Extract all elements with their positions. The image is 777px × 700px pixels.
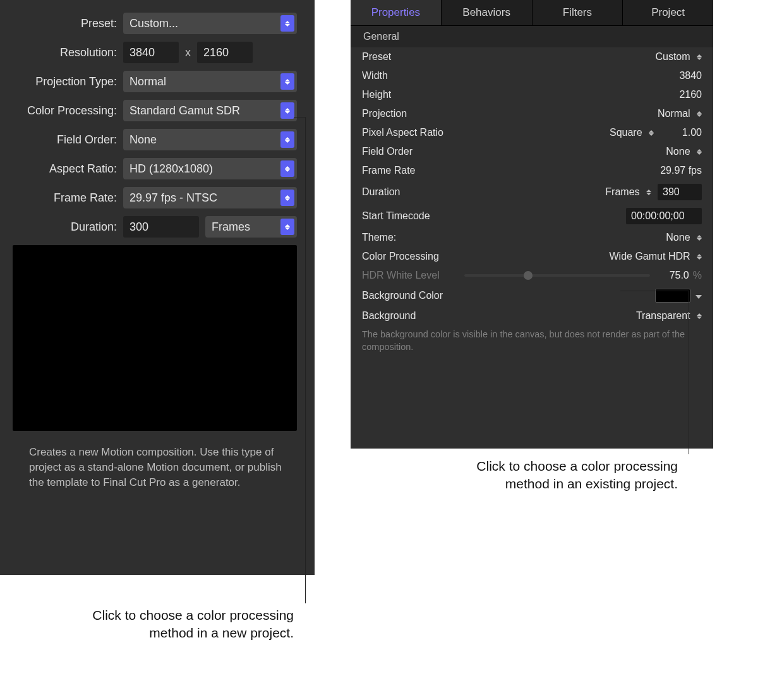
prop-hdr-white-suffix: %: [693, 270, 702, 281]
prop-background-value: Transparent: [636, 310, 690, 321]
hdr-white-slider[interactable]: [464, 274, 650, 277]
callout-leader-line: [689, 291, 689, 454]
updown-caret-icon: [646, 190, 651, 195]
prop-bgcolor-row: Background Color: [351, 285, 713, 306]
prop-frame-rate-row: Frame Rate 29.97 fps: [351, 161, 713, 180]
field-order-row: Field Order: None: [13, 129, 297, 150]
color-processing-value: Standard Gamut SDR: [130, 104, 240, 118]
tab-properties[interactable]: Properties: [351, 0, 442, 25]
prop-preset-row: Preset Custom: [351, 47, 713, 66]
tab-behaviors[interactable]: Behaviors: [442, 0, 533, 25]
frame-rate-select[interactable]: 29.97 fps - NTSC: [123, 187, 297, 208]
field-order-value: None: [130, 133, 157, 147]
prop-duration-input[interactable]: [658, 184, 702, 200]
prop-theme-row: Theme: None: [351, 228, 713, 247]
prop-color-processing-value: Wide Gamut HDR: [610, 251, 690, 262]
prop-theme-value: None: [666, 232, 690, 243]
preset-row: Preset: Custom...: [13, 13, 297, 34]
projection-label: Projection Type:: [13, 75, 123, 88]
frame-rate-row: Frame Rate: 29.97 fps - NTSC: [13, 187, 297, 208]
preset-select[interactable]: Custom...: [123, 13, 297, 34]
prop-start-tc-input[interactable]: [626, 208, 702, 224]
projection-value: Normal: [130, 75, 166, 88]
prop-width-row: Width 3840: [351, 66, 713, 85]
prop-field-order-row: Field Order None: [351, 142, 713, 161]
prop-start-tc-row: Start Timecode: [351, 204, 713, 228]
updown-caret-icon: [697, 54, 702, 60]
background-note: The background color is visible in the c…: [351, 325, 713, 366]
tab-project[interactable]: Project: [623, 0, 713, 25]
aspect-ratio-row: Aspect Ratio: HD (1280x1080): [13, 158, 297, 179]
aspect-ratio-label: Aspect Ratio:: [13, 162, 123, 176]
prop-hdr-white-row: HDR White Level 75.0 %: [351, 266, 713, 285]
preset-value: Custom...: [130, 17, 178, 30]
duration-unit-value: Frames: [212, 220, 250, 234]
prop-bgcolor-label: Background Color: [362, 290, 655, 301]
prop-duration-unit-select[interactable]: Frames: [605, 186, 651, 198]
dropdown-caret-icon: [280, 73, 294, 90]
resolution-height-input[interactable]: [197, 42, 253, 63]
prop-background-label: Background: [362, 310, 636, 322]
prop-field-order-select[interactable]: None: [666, 146, 702, 157]
updown-caret-icon: [697, 235, 702, 241]
prop-projection-row: Projection Normal: [351, 104, 713, 123]
dropdown-caret-icon: [280, 160, 294, 177]
callout-leader-line: [620, 291, 689, 291]
field-order-select[interactable]: None: [123, 129, 297, 150]
prop-projection-value: Normal: [658, 108, 690, 119]
prop-color-processing-row: Color Processing Wide Gamut HDR: [351, 247, 713, 266]
resolution-width-input[interactable]: [123, 42, 179, 63]
resolution-row: Resolution: x: [13, 42, 297, 63]
frame-rate-label: Frame Rate:: [13, 191, 123, 205]
dropdown-caret-icon: [280, 190, 294, 206]
prop-theme-select[interactable]: None: [666, 232, 702, 243]
resolution-label: Resolution:: [13, 46, 123, 59]
updown-caret-icon: [697, 149, 702, 155]
prop-hdr-white-value: 75.0: [658, 270, 689, 281]
prop-par-value: Square: [610, 127, 642, 138]
prop-par-row: Pixel Aspect Ratio Square 1.00: [351, 123, 713, 142]
prop-duration-unit: Frames: [605, 186, 639, 197]
new-project-description: Creates a new Motion composition. Use th…: [13, 445, 297, 490]
color-processing-select[interactable]: Standard Gamut SDR: [123, 100, 297, 121]
dropdown-caret-icon: [280, 219, 294, 235]
projection-select[interactable]: Normal: [123, 71, 297, 92]
updown-caret-icon: [649, 130, 654, 136]
prop-projection-label: Projection: [362, 108, 658, 119]
prop-height-value[interactable]: 2160: [632, 89, 702, 100]
prop-par-select[interactable]: Square: [610, 127, 654, 138]
prop-hdr-white-label: HDR White Level: [362, 270, 457, 281]
prop-color-processing-select[interactable]: Wide Gamut HDR: [610, 251, 702, 262]
prop-duration-label: Duration: [362, 186, 605, 198]
chevron-down-icon[interactable]: [696, 290, 702, 301]
updown-caret-icon: [697, 254, 702, 260]
projection-row: Projection Type: Normal: [13, 71, 297, 92]
inspector-tabs: Properties Behaviors Filters Project: [351, 0, 713, 26]
prop-preset-label: Preset: [362, 51, 655, 63]
prop-frame-rate-value[interactable]: 29.97 fps: [632, 165, 702, 176]
tab-filters[interactable]: Filters: [533, 0, 623, 25]
prop-field-order-label: Field Order: [362, 146, 666, 157]
inspector-panel: Properties Behaviors Filters Project Gen…: [351, 0, 713, 449]
prop-height-row: Height 2160: [351, 85, 713, 104]
callout-new-project: Click to choose a color processing metho…: [73, 606, 294, 643]
canvas-preview: [13, 245, 297, 431]
duration-row: Duration: Frames: [13, 216, 297, 238]
prop-preset-select[interactable]: Custom: [655, 51, 702, 63]
resolution-x-separator: x: [179, 46, 197, 59]
callout-leader-line: [305, 117, 306, 603]
general-section-header: General: [351, 26, 713, 47]
prop-width-value[interactable]: 3840: [632, 70, 702, 81]
frame-rate-value: 29.97 fps - NTSC: [130, 191, 217, 205]
prop-par-number[interactable]: 1.00: [664, 127, 702, 138]
aspect-ratio-select[interactable]: HD (1280x1080): [123, 158, 297, 179]
prop-background-select[interactable]: Transparent: [636, 310, 702, 322]
field-order-label: Field Order:: [13, 133, 123, 147]
color-processing-label: Color Processing:: [13, 104, 123, 118]
prop-projection-select[interactable]: Normal: [658, 108, 702, 119]
updown-caret-icon: [697, 313, 702, 319]
duration-input[interactable]: [123, 216, 199, 238]
aspect-ratio-value: HD (1280x1080): [130, 162, 213, 176]
updown-caret-icon: [697, 111, 702, 117]
duration-unit-select[interactable]: Frames: [205, 216, 297, 238]
